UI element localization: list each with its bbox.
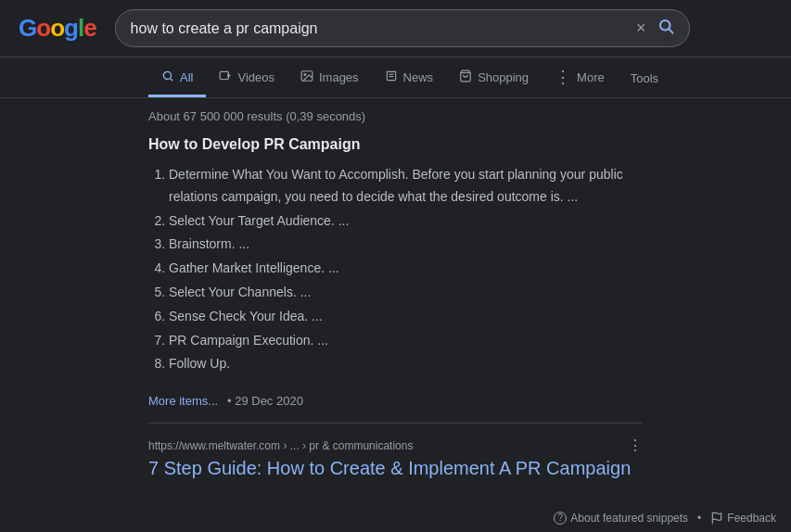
tab-more[interactable]: ⋮ More [542,59,618,97]
snippet-list: Determine What You Want to Accomplish. B… [148,164,643,375]
tab-images-label: Images [319,70,359,84]
results-container: About 67 500 000 results (0,39 seconds) … [0,98,791,490]
images-icon [300,70,313,85]
search-result-1: https://www.meltwater.com › ... › pr & c… [148,423,643,479]
featured-snippet: How to Develop PR Campaign Determine Wha… [148,136,643,408]
result-options-icon[interactable]: ⋮ [628,437,643,454]
snippet-title: How to Develop PR Campaign [148,136,643,153]
svg-point-7 [304,73,306,75]
snippet-item-1: Determine What You Want to Accomplish. B… [169,164,643,209]
news-icon [385,70,398,85]
tab-news-label: News [403,70,434,84]
videos-icon [219,70,232,85]
tab-shopping[interactable]: Shopping [446,60,542,97]
logo-e: e [83,14,96,42]
snippet-item-6: Sense Check Your Idea. ... [169,306,643,328]
about-label: About featured snippets [570,512,688,525]
search-button[interactable] [657,18,674,39]
logo-o2: o [50,14,64,42]
feedback-button[interactable]: Feedback [710,512,776,525]
result-url-row: https://www.meltwater.com › ... › pr & c… [148,437,643,454]
svg-line-1 [669,29,672,32]
snippet-item-5: Select Your Channels. ... [169,282,643,304]
footer: ? About featured snippets • Feedback [539,504,791,532]
flag-icon [710,512,723,525]
clear-icon[interactable]: × [636,19,646,38]
all-icon [161,70,174,85]
tab-all[interactable]: All [148,60,206,97]
shopping-icon [459,70,472,85]
header: Google × [0,0,791,57]
tab-more-label: More [577,70,605,84]
footer-separator: • [697,512,701,525]
result-title[interactable]: 7 Step Guide: How to Create & Implement … [148,458,643,479]
snippet-date: • 29 Dec 2020 [227,394,303,408]
more-items-link[interactable]: More items... [148,394,218,408]
about-featured-snippets[interactable]: ? About featured snippets [554,512,688,525]
snippet-item-3: Brainstorm. ... [169,234,643,256]
tab-shopping-label: Shopping [478,70,529,84]
tab-videos-label: Videos [237,70,274,84]
results-count: About 67 500 000 results (0,39 seconds) [148,109,643,123]
result-url: https://www.meltwater.com › ... › pr & c… [148,439,413,452]
tab-videos[interactable]: Videos [206,60,287,97]
logo-o1: o [36,14,50,42]
logo-g2: g [64,14,78,42]
help-icon: ? [554,512,567,525]
more-icon: ⋮ [555,69,571,85]
tab-all-label: All [180,70,193,84]
tools-button[interactable]: Tools [618,62,671,95]
tab-news[interactable]: News [372,60,447,97]
tab-images[interactable]: Images [287,60,372,97]
snippet-item-4: Gather Market Intelligence. ... [169,258,643,280]
google-logo: Google [19,14,96,43]
search-input[interactable] [131,20,636,37]
snippet-item-8: Follow Up. [169,353,643,375]
logo-g: G [19,14,36,42]
nav-tabs: All Videos Images News [0,59,791,98]
svg-point-2 [163,71,171,79]
svg-line-3 [171,78,173,81]
svg-rect-4 [221,71,229,79]
feedback-label: Feedback [727,512,776,525]
search-bar: × [115,9,690,47]
snippet-item-7: PR Campaign Execution. ... [169,330,643,352]
snippet-item-2: Select Your Target Audience. ... [169,210,643,233]
